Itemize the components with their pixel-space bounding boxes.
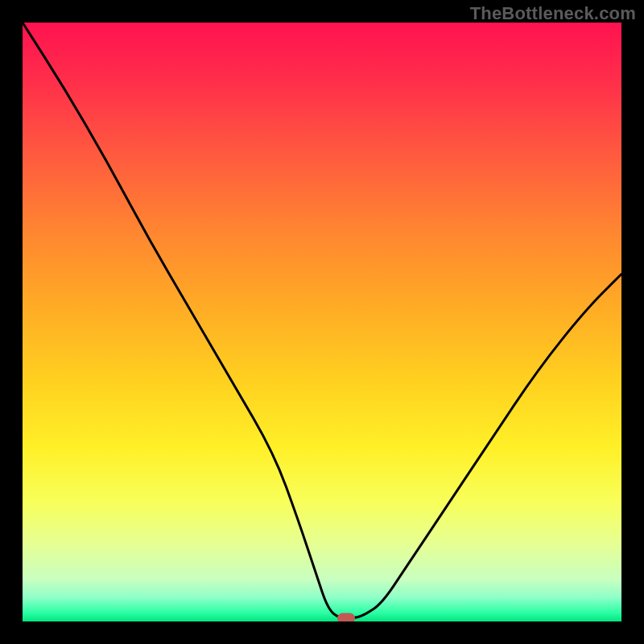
plot-area: [23, 23, 621, 621]
minimum-marker: [337, 613, 355, 621]
chart-container: TheBottleneck.com: [0, 0, 644, 644]
bottleneck-curve: [23, 23, 621, 621]
watermark-text: TheBottleneck.com: [470, 3, 636, 24]
